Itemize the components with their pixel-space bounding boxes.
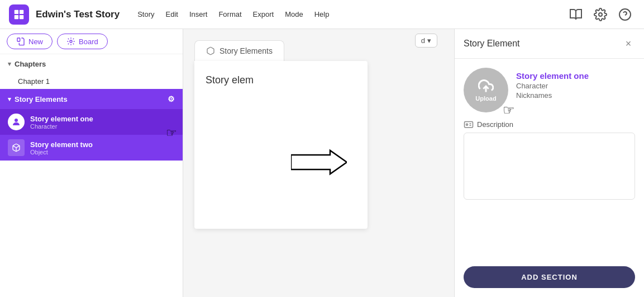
panel-element-name: Story element one bbox=[516, 71, 589, 81]
chapters-section: ▾ Chapters Chapter 1 bbox=[0, 54, 183, 89]
top-bar: Edwin's Test Story Story Edit Insert For… bbox=[0, 0, 644, 29]
menu-story[interactable]: Story bbox=[132, 8, 160, 21]
story-elements-chevron: ▾ bbox=[8, 96, 11, 103]
chapters-header[interactable]: ▾ Chapters bbox=[0, 54, 183, 74]
add-section-button[interactable]: ADD SECTION bbox=[464, 266, 635, 288]
svg-rect-7 bbox=[17, 38, 20, 41]
chapters-label: Chapters bbox=[15, 60, 46, 68]
tab-icon bbox=[206, 46, 215, 55]
right-panel-title: Story Element bbox=[464, 39, 519, 49]
new-icon bbox=[16, 37, 25, 46]
menu-export[interactable]: Export bbox=[247, 8, 280, 21]
story-elements-section: ▾ Story Elements ⚙ Story element one Cha… bbox=[0, 89, 183, 161]
panel-element-type: Character bbox=[516, 82, 589, 90]
board-label: Board bbox=[79, 37, 98, 46]
svg-rect-2 bbox=[15, 15, 18, 18]
element-one-avatar bbox=[8, 114, 25, 130]
svg-rect-0 bbox=[15, 10, 18, 13]
cube-icon bbox=[12, 143, 21, 152]
upload-arrow-icon bbox=[478, 78, 494, 94]
help-icon[interactable] bbox=[615, 4, 635, 25]
menu-format[interactable]: Format bbox=[213, 8, 247, 21]
story-elements-header[interactable]: ▾ Story Elements ⚙ bbox=[0, 89, 183, 109]
chapter-1-label: Chapter 1 bbox=[18, 77, 50, 86]
svg-rect-1 bbox=[20, 10, 23, 13]
left-sidebar: New Board ▾ Chapters Chapter 1 bbox=[0, 29, 183, 297]
menu-edit[interactable]: Edit bbox=[160, 8, 184, 21]
element-details: Story element one Character Nicknames bbox=[516, 68, 589, 100]
close-button[interactable]: × bbox=[622, 37, 635, 50]
story-elements-header-left: ▾ Story Elements bbox=[8, 95, 68, 103]
menu-mode[interactable]: Mode bbox=[279, 8, 309, 21]
element-two-cube bbox=[8, 139, 25, 156]
board-button[interactable]: Board bbox=[57, 34, 108, 49]
dropdown-bar: d ▾ bbox=[415, 34, 437, 48]
description-label-row: Description bbox=[464, 119, 635, 129]
element-one-text: Story element one Character bbox=[30, 115, 175, 130]
gear-icon[interactable] bbox=[590, 4, 610, 25]
view-dropdown[interactable]: d ▾ bbox=[415, 34, 437, 48]
new-button[interactable]: New bbox=[7, 34, 53, 49]
svg-rect-3 bbox=[20, 15, 23, 18]
svg-point-4 bbox=[599, 13, 602, 16]
book-icon[interactable] bbox=[566, 4, 586, 25]
tab-bar: Story Elements bbox=[183, 35, 454, 61]
description-label-text: Description bbox=[477, 120, 513, 129]
story-element-item-one[interactable]: Story element one Character ☞ bbox=[0, 109, 183, 135]
right-arrow-icon bbox=[291, 148, 347, 176]
story-elements-label: Story Elements bbox=[15, 95, 68, 103]
menu-help[interactable]: Help bbox=[309, 8, 335, 21]
right-panel: Story Element × Upload ☞ Story element o… bbox=[454, 29, 644, 297]
svg-marker-11 bbox=[291, 150, 347, 174]
document-area: Story elem bbox=[194, 61, 368, 229]
svg-point-14 bbox=[466, 124, 468, 125]
element-two-name: Story element two bbox=[30, 140, 175, 149]
dropdown-value: d bbox=[421, 36, 425, 45]
top-right-icons bbox=[566, 4, 635, 25]
id-card-icon bbox=[464, 119, 474, 129]
element-one-name: Story element one bbox=[30, 115, 175, 123]
cursor-hand-icon: ☞ bbox=[166, 126, 177, 140]
sidebar-toolbar: New Board bbox=[0, 29, 183, 54]
element-two-type: Object bbox=[30, 149, 175, 155]
story-element-item-two[interactable]: Story element two Object bbox=[0, 135, 183, 161]
tab-label: Story Elements bbox=[220, 46, 273, 55]
center-area: d ▾ Story Elements Story elem bbox=[183, 29, 454, 297]
description-section: Description bbox=[464, 119, 635, 200]
app-icon bbox=[9, 4, 29, 25]
app-title: Edwin's Test Story bbox=[36, 9, 120, 20]
svg-point-9 bbox=[15, 119, 18, 122]
new-label: New bbox=[28, 37, 43, 46]
panel-content: Upload ☞ Story element one Character Nic… bbox=[455, 59, 644, 266]
element-info: Upload ☞ Story element one Character Nic… bbox=[464, 68, 635, 112]
element-two-text: Story element two Object bbox=[30, 140, 175, 155]
menu-insert[interactable]: Insert bbox=[184, 8, 213, 21]
upload-avatar[interactable]: Upload ☞ bbox=[464, 68, 508, 112]
story-elements-gear-icon[interactable]: ⚙ bbox=[168, 95, 175, 103]
arrow-container bbox=[291, 148, 347, 178]
app-logo-icon bbox=[13, 8, 25, 21]
board-icon bbox=[66, 37, 75, 46]
doc-text: Story elem bbox=[206, 74, 356, 86]
svg-point-8 bbox=[70, 40, 72, 43]
main-layout: New Board ▾ Chapters Chapter 1 bbox=[0, 29, 644, 297]
menu-bar: Story Edit Insert Format Export Mode Hel… bbox=[132, 8, 335, 21]
story-elements-tab[interactable]: Story Elements bbox=[194, 40, 284, 61]
chapter-1-item[interactable]: Chapter 1 bbox=[0, 74, 183, 89]
cursor-hand-panel-icon: ☞ bbox=[503, 102, 515, 118]
right-panel-header: Story Element × bbox=[455, 29, 644, 59]
upload-label: Upload bbox=[475, 95, 496, 102]
person-icon bbox=[11, 117, 21, 127]
panel-element-nick: Nicknames bbox=[516, 91, 589, 100]
element-one-type: Character bbox=[30, 123, 175, 130]
chapters-chevron: ▾ bbox=[8, 60, 11, 68]
chevron-down-icon: ▾ bbox=[427, 36, 431, 45]
description-textarea[interactable] bbox=[464, 133, 635, 200]
